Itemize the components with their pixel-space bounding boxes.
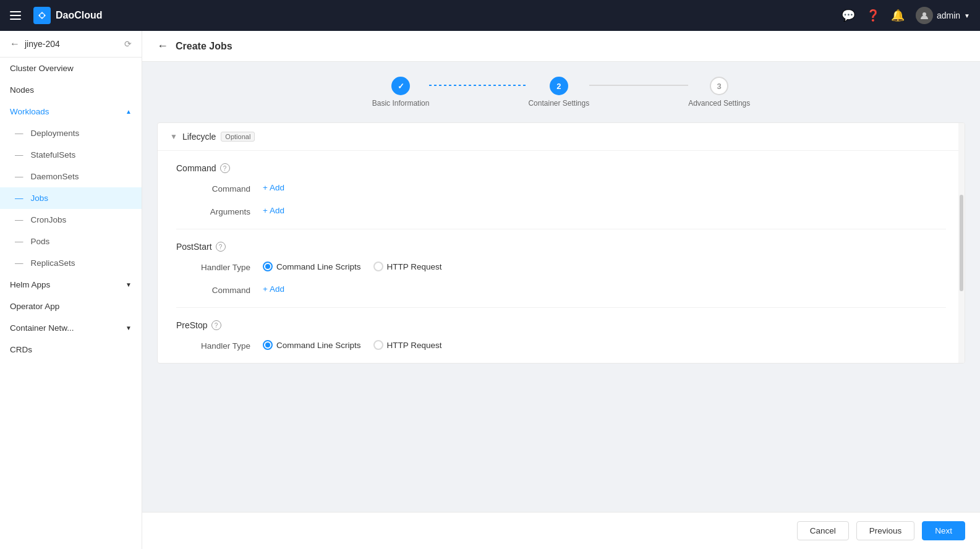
lifecycle-optional-badge: Optional — [221, 132, 255, 142]
sidebar-nav: Cluster Overview Nodes Workloads ▲ — Dep… — [0, 57, 142, 549]
next-button[interactable]: Next — [922, 521, 965, 540]
step-line-2 — [589, 85, 688, 86]
poststart-help-icon[interactable]: ? — [216, 242, 226, 252]
prestop-http-label: HTTP Request — [387, 341, 442, 350]
step-label-3: Advanced Settings — [688, 99, 750, 108]
sidebar-label-container-netw: Container Netw... — [10, 323, 74, 333]
chat-icon[interactable]: 💬 — [842, 9, 855, 22]
previous-button[interactable]: Previous — [856, 521, 915, 540]
content-body: ✓ Basic Information 2 Container Settings… — [142, 62, 980, 512]
step-line-1 — [429, 85, 528, 86]
poststart-command-group: Command + Add — [176, 284, 946, 295]
sidebar-header: ← jinye-204 ⟳ — [0, 31, 142, 57]
lifecycle-section-body: Command ? Command + Add Arguments — [158, 151, 965, 363]
lifecycle-section-header[interactable]: ▼ Lifecycle Optional — [158, 123, 965, 151]
divider-2 — [176, 307, 946, 308]
sidebar-item-crds[interactable]: CRDs — [0, 339, 142, 360]
sidebar-item-cronjobs[interactable]: — CronJobs — [0, 209, 142, 231]
svg-point-1 — [40, 14, 44, 17]
command-help-icon[interactable]: ? — [220, 163, 230, 173]
sidebar-project-name: jinye-204 — [25, 39, 60, 49]
sidebar-item-statefulsets[interactable]: — StatefulSets — [0, 144, 142, 166]
lifecycle-section-title: Lifecycle — [182, 132, 216, 142]
sidebar-item-nodes[interactable]: Nodes — [0, 79, 142, 101]
user-menu[interactable]: admin ▼ — [916, 7, 970, 24]
sidebar: ← jinye-204 ⟳ Cluster Overview Nodes Wor… — [0, 31, 142, 549]
prestop-handler-type-group: Handler Type Command Line Scripts HTTP R… — [176, 340, 946, 351]
sidebar-item-cluster-overview[interactable]: Cluster Overview — [0, 57, 142, 79]
content-back-button[interactable]: ← — [157, 40, 168, 53]
chevron-down-icon-2: ▼ — [126, 325, 132, 331]
step-label-2: Container Settings — [528, 99, 589, 108]
stepper: ✓ Basic Information 2 Container Settings… — [157, 77, 965, 108]
sidebar-label-deployments: Deployments — [31, 129, 80, 138]
card-scrollbar[interactable] — [958, 123, 965, 363]
refresh-icon[interactable]: ⟳ — [124, 39, 132, 49]
step-circle-2: 2 — [550, 77, 568, 95]
prestop-section-title: PreStop ? — [176, 320, 946, 330]
sidebar-label-jobs: Jobs — [31, 194, 49, 203]
poststart-http-option[interactable]: HTTP Request — [373, 262, 442, 271]
navbar: DaoCloud 💬 ❓ 🔔 admin ▼ — [0, 0, 980, 31]
poststart-radio-group: Command Line Scripts HTTP Request — [263, 262, 946, 271]
logo-text: DaoCloud — [56, 10, 103, 21]
step-label-1: Basic Information — [372, 99, 430, 108]
prestop-cls-radio[interactable] — [263, 340, 273, 350]
poststart-cls-radio[interactable] — [263, 262, 273, 271]
step-circle-1: ✓ — [391, 77, 410, 95]
sidebar-label-operator-app: Operator App — [10, 302, 59, 311]
poststart-http-radio[interactable] — [373, 262, 383, 271]
sidebar-item-jobs[interactable]: — Jobs — [0, 187, 142, 209]
step-basic-info: ✓ Basic Information — [372, 77, 430, 108]
sidebar-item-container-netw[interactable]: Container Netw... ▼ — [0, 317, 142, 339]
poststart-add-button[interactable]: + Add — [263, 284, 284, 294]
sidebar-item-deployments[interactable]: — Deployments — [0, 122, 142, 144]
poststart-cls-label: Command Line Scripts — [276, 262, 361, 271]
prestop-http-radio[interactable] — [373, 340, 383, 350]
app-logo: DaoCloud — [33, 7, 103, 24]
chevron-down-icon: ▼ — [126, 281, 132, 288]
sidebar-item-workloads[interactable]: Workloads ▲ — [0, 101, 142, 122]
poststart-command-label: Command — [176, 284, 250, 295]
sidebar-item-replicasets[interactable]: — ReplicaSets — [0, 252, 142, 274]
content-footer: Cancel Previous Next — [142, 512, 980, 549]
content-header: ← Create Jobs — [142, 31, 980, 62]
prestop-radio-group: Command Line Scripts HTTP Request — [263, 340, 946, 350]
prestop-cls-option[interactable]: Command Line Scripts — [263, 340, 361, 350]
poststart-cls-option[interactable]: Command Line Scripts — [263, 262, 361, 271]
step-advanced-settings: 3 Advanced Settings — [688, 77, 750, 108]
sidebar-label-daemonsets: DaemonSets — [31, 172, 79, 181]
chevron-down-icon: ▼ — [964, 12, 970, 19]
sidebar-label-cronjobs: CronJobs — [31, 215, 67, 224]
sidebar-label-helm-apps: Helm Apps — [10, 280, 50, 289]
hamburger-menu[interactable] — [10, 11, 21, 20]
prestop-http-option[interactable]: HTTP Request — [373, 340, 442, 350]
sidebar-item-operator-app[interactable]: Operator App — [0, 296, 142, 317]
poststart-handler-type-group: Handler Type Command Line Scripts HTTP R… — [176, 262, 946, 272]
help-icon[interactable]: ❓ — [866, 9, 880, 22]
sidebar-label-cluster-overview: Cluster Overview — [10, 64, 74, 73]
sidebar-label-nodes: Nodes — [10, 85, 34, 95]
poststart-http-label: HTTP Request — [387, 262, 442, 271]
step-container-settings: 2 Container Settings — [528, 77, 589, 108]
arguments-label: Arguments — [176, 206, 250, 216]
sidebar-item-daemonsets[interactable]: — DaemonSets — [0, 166, 142, 187]
sidebar-label-statefulsets: StatefulSets — [31, 150, 76, 160]
command-add-button[interactable]: + Add — [263, 183, 284, 192]
chevron-up-icon: ▲ — [126, 108, 132, 115]
arguments-form-group: Arguments + Add — [176, 206, 946, 216]
command-label: Command — [176, 183, 250, 194]
lifecycle-card: ▼ Lifecycle Optional Command ? Command — [157, 122, 965, 364]
prestop-help-icon[interactable]: ? — [211, 320, 221, 330]
sidebar-back-arrow[interactable]: ← — [10, 38, 20, 49]
sidebar-label-replicasets: ReplicaSets — [31, 258, 75, 268]
prestop-handler-type-label: Handler Type — [176, 340, 250, 351]
sidebar-item-helm-apps[interactable]: Helm Apps ▼ — [0, 274, 142, 296]
prestop-cls-label: Command Line Scripts — [276, 341, 361, 350]
poststart-section-title: PostStart ? — [176, 242, 946, 252]
sidebar-item-pods[interactable]: — Pods — [0, 231, 142, 252]
arguments-add-button[interactable]: + Add — [263, 206, 284, 215]
sidebar-label-crds: CRDs — [10, 345, 32, 354]
bell-icon[interactable]: 🔔 — [891, 9, 905, 22]
cancel-button[interactable]: Cancel — [797, 521, 849, 540]
